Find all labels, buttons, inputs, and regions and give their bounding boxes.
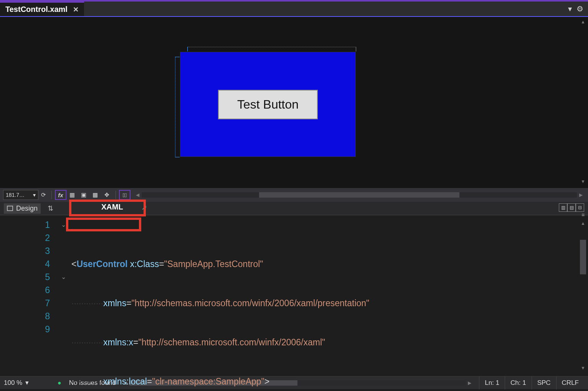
grid-snap-icon[interactable]: ▦ bbox=[66, 190, 78, 200]
xaml-designer-surface[interactable]: Test Button ▲ ▼ bbox=[0, 16, 588, 188]
code-folding-column[interactable]: ⌄ ⌄ bbox=[58, 215, 69, 376]
close-icon[interactable]: ✕ bbox=[73, 5, 79, 14]
snap-to-grid-icon[interactable]: ▣ bbox=[78, 190, 89, 200]
preview-button[interactable]: Test Button bbox=[218, 90, 318, 119]
design-tab-label: Design bbox=[16, 205, 38, 213]
tab-title: TestControl.xaml bbox=[5, 5, 68, 14]
scrollbar-thumb[interactable] bbox=[580, 240, 586, 274]
chevron-down-icon: ▾ bbox=[33, 192, 36, 198]
scroll-right-icon[interactable]: ▶ bbox=[577, 192, 585, 198]
design-xaml-split-header: Design ⇅ XAML ↗ ▥ ▤ ⊟ bbox=[0, 202, 588, 215]
xaml-code-editor[interactable]: ≡ 123 456 789 ⌄ ⌄ <UserControl x:Class="… bbox=[0, 215, 588, 376]
usercontrol-preview[interactable]: Test Button bbox=[180, 52, 355, 157]
callout-highlight bbox=[66, 218, 141, 231]
scroll-up-icon[interactable]: ▲ bbox=[581, 217, 585, 230]
editor-vertical-scrollbar[interactable]: ▲ ▼ bbox=[579, 217, 587, 375]
zoom-combo[interactable]: 181.7… ▾ bbox=[3, 190, 38, 200]
ruler-horizontal bbox=[187, 47, 356, 51]
check-circle-icon: ● bbox=[58, 379, 61, 386]
toggle-artboard-icon[interactable]: ✥ bbox=[101, 190, 112, 200]
scroll-down-icon[interactable]: ▼ bbox=[581, 361, 585, 375]
separator bbox=[116, 191, 116, 199]
vertical-split-icon[interactable]: ▥ bbox=[559, 203, 567, 212]
swap-panes-icon[interactable]: ⇅ bbox=[48, 204, 53, 213]
ruler-vertical bbox=[175, 57, 180, 157]
effects-fx-icon[interactable]: fx bbox=[55, 190, 66, 200]
document-tabbar: TestControl.xaml ✕ ▾ ⚙ bbox=[0, 0, 588, 16]
fold-toggle-icon[interactable]: ⌄ bbox=[58, 271, 69, 284]
tab-overflow-dropdown[interactable]: ▾ bbox=[568, 4, 572, 13]
disable-project-code-icon[interactable]: �⃞ bbox=[119, 190, 130, 200]
show-snap-grid-icon[interactable]: ▩ bbox=[89, 190, 101, 200]
scroll-left-icon[interactable]: ◀ bbox=[134, 192, 142, 198]
horizontal-split-icon[interactable]: ▤ bbox=[567, 203, 576, 212]
editor-zoom-value: 100 % bbox=[4, 379, 22, 387]
design-canvas[interactable]: Test Button bbox=[180, 52, 355, 157]
code-text-area[interactable]: <UserControl x:Class="SampleApp.TestCont… bbox=[69, 215, 588, 376]
line-number-gutter: 123 456 789 bbox=[0, 215, 58, 376]
scroll-up-icon[interactable]: ▲ bbox=[581, 19, 585, 25]
separator bbox=[51, 191, 52, 199]
designer-vertical-scrollbar[interactable]: ▲ ▼ bbox=[579, 19, 587, 184]
scroll-down-icon[interactable]: ▼ bbox=[581, 179, 585, 184]
refresh-icon[interactable]: ⟳ bbox=[38, 191, 48, 198]
editor-zoom-combo[interactable]: 100 % ▾ bbox=[4, 379, 50, 387]
tab-testcontrol-xaml[interactable]: TestControl.xaml ✕ bbox=[0, 2, 84, 16]
gear-icon[interactable]: ⚙ bbox=[576, 4, 583, 13]
designer-horizontal-scrollbar[interactable]: ◀ ▶ bbox=[134, 192, 585, 198]
design-pane-icon bbox=[7, 206, 13, 211]
scrollbar-thumb[interactable] bbox=[259, 192, 459, 198]
callout-highlight bbox=[69, 200, 146, 216]
tab-design[interactable]: Design bbox=[4, 203, 41, 214]
zoom-value: 181.7… bbox=[6, 192, 25, 198]
chevron-down-icon: ▾ bbox=[25, 379, 29, 387]
